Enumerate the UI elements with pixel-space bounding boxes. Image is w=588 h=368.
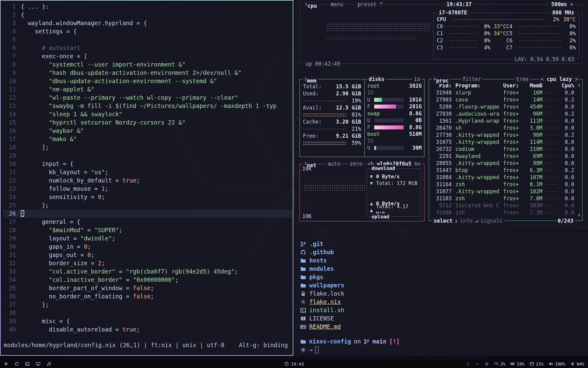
cpu-history-graph bbox=[326, 23, 430, 32]
process-user: fros+ bbox=[503, 139, 525, 146]
process-row[interactable]: 31077.kitty-wrappedfros+102M0.0 bbox=[432, 188, 574, 195]
cpu-core-row: C10%34°CC50% bbox=[437, 30, 576, 37]
code-line: 7 exec-once = [ bbox=[3, 52, 293, 60]
code-text: no_border_on_floating = false; bbox=[21, 292, 154, 301]
line-number: 25 bbox=[3, 201, 21, 209]
disk-meter-value: 0B bbox=[406, 117, 422, 124]
file-entry: flake.lock bbox=[300, 289, 588, 298]
proc-sort-selector[interactable]: < cpu lazy > bbox=[539, 76, 580, 82]
process-pid: 26732 bbox=[432, 146, 452, 153]
editor-window[interactable]: 1{ ... }:2{3 wayland.windowManager.hyprl… bbox=[0, 0, 293, 356]
dot-icon[interactable] bbox=[475, 362, 480, 366]
process-cpu-graph bbox=[542, 211, 560, 214]
process-row[interactable]: 27830.audacious-wrafros+96M0.2 bbox=[432, 110, 574, 117]
process-user: fros+ bbox=[503, 195, 525, 202]
core-temp: 34°C bbox=[490, 30, 506, 37]
ram-icon bbox=[510, 362, 515, 366]
file-entry: install.sh bbox=[300, 306, 588, 314]
file-name: flake.nix bbox=[309, 298, 341, 306]
updown-icon[interactable] bbox=[466, 362, 470, 366]
process-row[interactable]: 31447btopfros+6.3M0.2 bbox=[432, 167, 574, 174]
process-name: zsh bbox=[452, 181, 503, 188]
code-text: "systemctl --user import-environment &" bbox=[21, 60, 186, 69]
btop-window[interactable]: 1cpu menu preset * 19:43:37 - 500ms + i7… bbox=[295, 0, 588, 231]
process-row[interactable]: 5712Isolated Web Cfros+303M0.0 bbox=[432, 202, 574, 209]
code-line: 26 bbox=[3, 209, 293, 218]
code-line: 6 # autostart bbox=[3, 44, 293, 52]
process-row[interactable]: 5280.floorp-wrappefros+454M0.0 bbox=[432, 103, 574, 110]
proc-tree-button[interactable]: tree bbox=[514, 76, 530, 82]
line-number: 21 bbox=[3, 168, 21, 176]
process-pid: 27830 bbox=[432, 110, 452, 117]
waybar-module[interactable]: 21% bbox=[530, 362, 544, 366]
update-interval-control[interactable]: - 500ms + bbox=[544, 1, 575, 8]
code-line: 37 }; bbox=[3, 301, 293, 309]
process-user: fros+ bbox=[503, 110, 525, 117]
process-row[interactable]: 26732codiumfros+210M0.0 bbox=[432, 146, 574, 153]
prompt-git-branch: main bbox=[372, 337, 386, 346]
process-row[interactable]: 28055.kitty-wrappedfros+98M0.0 bbox=[432, 160, 574, 167]
code-text: "col.active_border" = "rgb(cba6f7) rgb(9… bbox=[21, 267, 238, 276]
header-user[interactable]: User: bbox=[503, 82, 525, 89]
line-number: 1 bbox=[3, 2, 21, 11]
download-speed: ▼0 Byte/s bbox=[370, 173, 418, 180]
process-row[interactable]: 27903cavafros+14M0.2 bbox=[432, 96, 574, 103]
net-zero-button[interactable]: zero bbox=[348, 160, 364, 167]
process-row[interactable]: 31103zshfros+7.8M0.0 bbox=[432, 195, 574, 202]
process-row[interactable]: 31164zshfros+8.1M0.0 bbox=[432, 181, 574, 188]
btop-menu-button[interactable]: menu bbox=[329, 1, 345, 8]
process-row[interactable]: 31075.kitty-wrappedfros+114M0.0 bbox=[432, 139, 574, 146]
code-line: 28 "$mainMod" = "SUPER"; bbox=[3, 226, 293, 234]
process-box: 4proc filter tree < cpu lazy > ↑ Pid: Pr… bbox=[429, 79, 582, 221]
waybar-module[interactable]: 84% bbox=[570, 362, 584, 366]
disks-panel: disks io root382GIOU101GF281Gswap8.8GU0B… bbox=[364, 79, 424, 157]
process-row[interactable]: 31948slurpfros+16M0.0 bbox=[432, 89, 574, 96]
disk-meter bbox=[374, 125, 404, 129]
proc-footer-hints[interactable]: select↕info↵signals bbox=[432, 217, 505, 224]
snowflake-icon[interactable] bbox=[4, 362, 8, 366]
grid-icon[interactable] bbox=[484, 362, 489, 366]
process-row[interactable]: 2291Xwaylandfros+69M0.0 bbox=[432, 153, 574, 160]
net-auto-button[interactable]: auto bbox=[326, 160, 342, 167]
process-row[interactable]: 1561.Hyprland-wrapfros+111M0.0 bbox=[432, 117, 574, 125]
code-area[interactable]: 1{ ... }:2{3 wayland.windowManager.hyprl… bbox=[3, 2, 293, 334]
waybar-clock[interactable]: 19:43 bbox=[284, 362, 304, 366]
shell-input-line[interactable]: → bbox=[300, 346, 588, 354]
waybar-module[interactable]: 19% bbox=[510, 362, 524, 366]
scroll-up-indicator[interactable]: ↑ bbox=[578, 82, 581, 89]
disks-io-button[interactable]: io bbox=[413, 76, 422, 82]
header-cpu[interactable]: Cpu% bbox=[560, 82, 574, 89]
process-row[interactable]: 31084.kitty-wrappedfros+107M0.0 bbox=[432, 174, 574, 181]
process-row[interactable]: 28470shfros+3.8M0.0 bbox=[432, 125, 574, 132]
disk-meter-label: U bbox=[367, 117, 372, 124]
folder-icon bbox=[300, 339, 306, 345]
terminal-icon[interactable] bbox=[25, 362, 30, 366]
core-meter bbox=[518, 32, 562, 35]
waybar-module[interactable]: 100% bbox=[548, 362, 565, 366]
mem-stat-percent: 21% bbox=[349, 125, 361, 132]
header-memb[interactable]: MemB bbox=[525, 82, 542, 89]
code-line: 38 bbox=[3, 309, 293, 317]
proc-filter-button[interactable]: filter bbox=[461, 76, 483, 82]
btop-preset-button[interactable]: preset * bbox=[356, 1, 384, 8]
cpu-history-graph-lower bbox=[326, 36, 417, 41]
waybar-module[interactable]: 2% bbox=[494, 362, 506, 366]
terminal-window[interactable]: .git.githubhostsmodulespkgswallpapersfla… bbox=[295, 232, 588, 356]
process-mem: 454M bbox=[525, 103, 542, 110]
lock-icon bbox=[300, 291, 306, 297]
music-icon[interactable] bbox=[47, 362, 51, 366]
display-icon[interactable] bbox=[36, 362, 40, 366]
scroll-down-indicator[interactable]: ↓ bbox=[578, 211, 581, 218]
upload-label: upload bbox=[370, 213, 391, 220]
code-line: 13 "swaybg -m fill -i $(find ~/Pictures/… bbox=[3, 102, 293, 110]
process-row[interactable]: 27730.kitty-wrappedfros+96M0.2 bbox=[432, 132, 574, 139]
process-row[interactable]: 31086zshfros+7.3M0.0 bbox=[432, 209, 574, 216]
refresh-icon[interactable] bbox=[14, 362, 19, 366]
mem-stat-percent: 59% bbox=[349, 140, 361, 147]
process-pid: 1561 bbox=[432, 117, 452, 125]
process-name: Xwayland bbox=[452, 153, 503, 160]
header-program[interactable]: Program: bbox=[452, 82, 503, 89]
disk-list: root382GIOU101GF281Gswap8.8GU0BF8.8Gboot… bbox=[365, 79, 424, 151]
process-name: Isolated Web C bbox=[452, 202, 503, 209]
process-mem: 111M bbox=[525, 117, 542, 125]
